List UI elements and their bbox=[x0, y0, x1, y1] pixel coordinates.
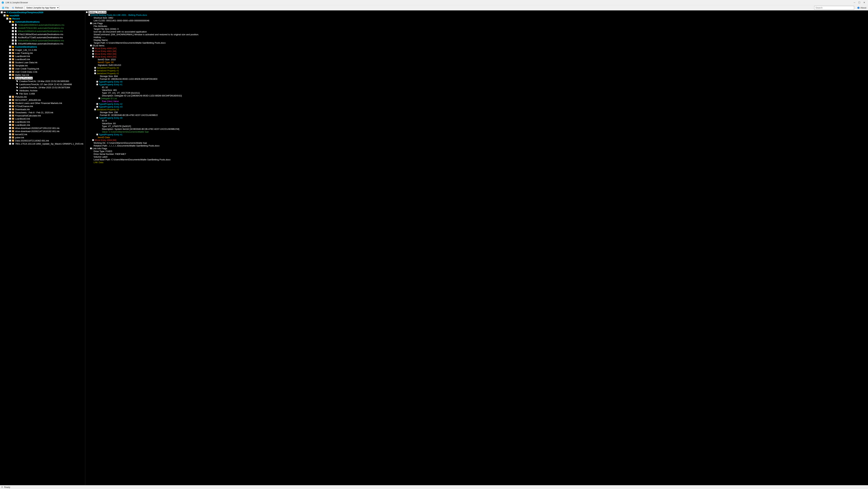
expander-icon[interactable]: - bbox=[3, 15, 5, 17]
expander-icon[interactable]: + bbox=[9, 74, 11, 76]
expander-icon[interactable]: + bbox=[9, 49, 11, 51]
file-button[interactable]: File bbox=[1, 6, 10, 9]
expander-icon[interactable]: - bbox=[92, 56, 94, 58]
expander-icon[interactable]: + bbox=[96, 134, 98, 135]
expander-icon[interactable]: + bbox=[9, 108, 11, 110]
tree-item[interactable]: +47bb2136fda3f1ed.automaticDestinations-… bbox=[0, 33, 85, 36]
expander-icon[interactable]: + bbox=[12, 33, 14, 35]
expander-icon[interactable]: + bbox=[9, 96, 11, 98]
tree-item[interactable]: +User Credit Data 2.lnk bbox=[0, 70, 85, 73]
expander-icon[interactable]: + bbox=[98, 97, 100, 99]
expander-icon[interactable]: + bbox=[9, 124, 11, 126]
expander-icon[interactable]: + bbox=[9, 115, 11, 117]
expander-icon[interactable]: + bbox=[9, 102, 11, 104]
expander-icon[interactable]: + bbox=[92, 53, 94, 55]
tree-item[interactable]: +Template.lnk bbox=[0, 64, 85, 67]
tree-item[interactable]: +4cc9bcff1a772a63.automaticDestinations-… bbox=[0, 36, 85, 39]
tree-item[interactable]: +Downloads.lnk bbox=[0, 108, 85, 111]
expander-icon[interactable]: - bbox=[94, 109, 96, 110]
expander-icon[interactable]: + bbox=[9, 118, 11, 120]
expander-icon[interactable]: - bbox=[9, 77, 11, 79]
expander-icon[interactable]: + bbox=[9, 71, 11, 73]
expander-icon[interactable]: + bbox=[92, 48, 94, 49]
jumplist-select[interactable]: Select Jumplist by App Name bbox=[25, 6, 59, 10]
expander-icon[interactable]: + bbox=[9, 46, 11, 48]
tree-folder[interactable]: +CustomDestinations bbox=[0, 45, 85, 48]
expander-icon[interactable]: + bbox=[9, 67, 11, 70]
expander-icon[interactable]: + bbox=[9, 99, 11, 101]
expander-icon[interactable]: - bbox=[94, 73, 96, 74]
tree-item[interactable]: +Data-20200218T211638Z-001.lnk bbox=[0, 139, 85, 142]
expander-icon[interactable]: + bbox=[9, 52, 11, 54]
expander-icon[interactable]: - bbox=[1, 11, 3, 13]
expander-icon[interactable]: + bbox=[12, 36, 14, 38]
expander-icon[interactable]: + bbox=[96, 106, 98, 108]
expander-icon[interactable]: - bbox=[88, 14, 90, 16]
expander-icon[interactable]: + bbox=[9, 143, 11, 145]
expander-icon[interactable]: - bbox=[96, 84, 98, 85]
tree-item[interactable]: +Timesheets - Feb 8 - Feb 21, 2020.lnk bbox=[0, 111, 85, 114]
close-button[interactable]: ✕ bbox=[862, 1, 867, 4]
tree-panel[interactable]: -F:\Costas\Desktop\Temp\mus2020-mus2020-… bbox=[0, 10, 85, 485]
expander-icon[interactable]: + bbox=[12, 24, 14, 26]
tree-item[interactable]: +69bacc0499d41c4.automaticDestinations-m… bbox=[0, 30, 85, 33]
tree-item[interactable]: +poker.lnk bbox=[0, 136, 85, 139]
tree-item[interactable]: +Pictures.lnk bbox=[0, 95, 85, 98]
expander-icon[interactable]: + bbox=[9, 55, 11, 57]
expander-icon[interactable]: + bbox=[9, 121, 11, 123]
tree-item[interactable]: +Loan Tracking.lnk bbox=[0, 52, 85, 55]
expander-icon[interactable]: + bbox=[9, 58, 11, 60]
expander-icon[interactable]: + bbox=[9, 130, 11, 132]
tree-item-selected[interactable]: -Betting Pools.lnk bbox=[0, 77, 85, 80]
expander-icon[interactable]: + bbox=[9, 105, 11, 107]
tree-item[interactable]: +WZ1U2NHT_400x400.lnk bbox=[0, 98, 85, 102]
tree-item[interactable]: +VT2ndChance.lnk bbox=[0, 105, 85, 108]
tree-item[interactable]: +1b4dd67f29cb1962.automaticDestinations-… bbox=[0, 26, 85, 30]
tree-item[interactable]: +9b9cdc69c1c24e2b.automaticDestinations-… bbox=[0, 39, 85, 42]
expander-icon[interactable]: + bbox=[90, 147, 92, 149]
tree-item[interactable]: +7601.17514.101119-1850_Update_Sp_Wave1-… bbox=[0, 142, 85, 145]
expander-icon[interactable]: + bbox=[92, 139, 94, 141]
tree-item[interactable]: +930a4f63df9b4dae.automaticDestinations-… bbox=[0, 42, 85, 45]
expander-icon[interactable]: + bbox=[9, 127, 11, 129]
expander-icon[interactable]: - bbox=[96, 117, 98, 119]
maximize-button[interactable]: ☐ bbox=[857, 1, 862, 4]
expander-icon[interactable]: + bbox=[94, 67, 96, 69]
refresh-button[interactable]: Refresh bbox=[10, 6, 24, 9]
expander-icon[interactable]: + bbox=[94, 70, 96, 71]
tree-item[interactable]: +drive-download-20200214T161819Z-001.lnk bbox=[0, 130, 85, 133]
tree-root[interactable]: -F:\Costas\Desktop\Temp\mus2020 bbox=[0, 11, 85, 14]
expander-icon[interactable]: - bbox=[86, 11, 88, 13]
tree-item[interactable]: +User Credit Tracking.lnk bbox=[0, 67, 85, 70]
expander-icon[interactable]: + bbox=[9, 111, 11, 113]
expander-icon[interactable]: - bbox=[90, 45, 92, 47]
tree-item[interactable]: +Mallie Sae.lnk bbox=[0, 73, 85, 77]
search-input[interactable] bbox=[814, 6, 854, 9]
tree-item[interactable]: +FinancialAidCalculator.lnk bbox=[0, 114, 85, 117]
tree-folder[interactable]: -mus2020 bbox=[0, 14, 85, 17]
expander-icon[interactable]: - bbox=[9, 21, 11, 23]
expander-icon[interactable]: + bbox=[9, 61, 11, 63]
expander-icon[interactable]: + bbox=[9, 140, 11, 142]
tree-item[interactable]: +LoanBook5.lnk bbox=[0, 58, 85, 61]
expander-icon[interactable]: + bbox=[92, 50, 94, 52]
expander-icon[interactable]: + bbox=[12, 42, 14, 45]
expander-icon[interactable]: + bbox=[9, 64, 11, 66]
expander-icon[interactable]: + bbox=[9, 136, 11, 139]
expander-icon[interactable]: + bbox=[96, 103, 98, 105]
tree-folder[interactable]: -AutomaticDestinations bbox=[0, 20, 85, 23]
about-button[interactable]: i About bbox=[856, 6, 867, 9]
tree-item[interactable]: +drive-download-20200214T155122Z-001.lnk bbox=[0, 126, 85, 130]
details-panel[interactable]: -Betting_Pools.lnk-[00000] Betting Pools… bbox=[85, 10, 868, 485]
expander-icon[interactable]: + bbox=[12, 39, 14, 41]
expander-icon[interactable]: + bbox=[12, 27, 14, 29]
expander-icon[interactable]: - bbox=[6, 18, 8, 20]
tree-item[interactable]: +7e4dca80246863e3.automaticDestinations-… bbox=[0, 23, 85, 26]
tree-item[interactable]: +LoanBook2.lnk bbox=[0, 120, 85, 123]
tree-item[interactable]: +LoanBook3.lnk bbox=[0, 117, 85, 120]
tree-item[interactable]: +Student Loan Data.lnk bbox=[0, 61, 85, 64]
tree-item[interactable]: +kernel32.lnk bbox=[0, 133, 85, 136]
expander-icon[interactable]: + bbox=[90, 22, 92, 24]
expander-icon[interactable]: + bbox=[9, 133, 11, 135]
tree-item[interactable]: +Student Loans and Other Financial Marke… bbox=[0, 102, 85, 105]
